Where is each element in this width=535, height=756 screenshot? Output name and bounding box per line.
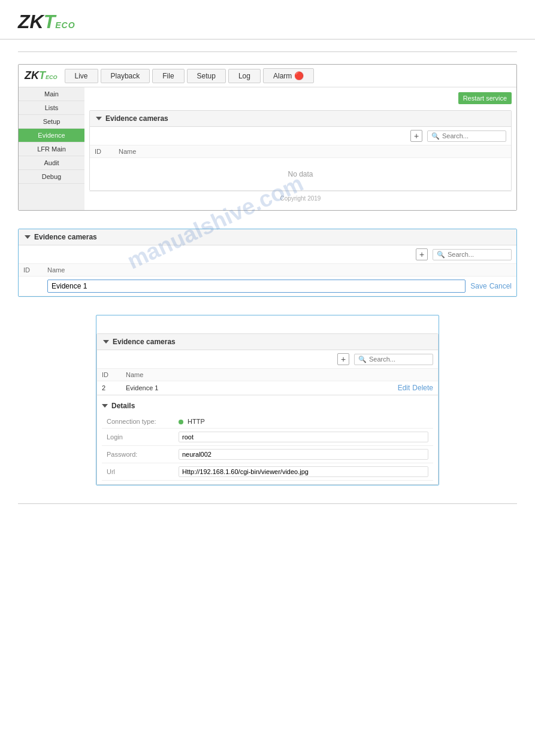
evidence-toolbar: + 🔍 bbox=[90, 127, 511, 145]
details-collapse-icon bbox=[102, 404, 108, 408]
app-body: Main Lists Setup Evidence LFR Main Audit… bbox=[19, 87, 516, 210]
evidence-toolbar-3: + 🔍 bbox=[97, 350, 438, 369]
search-box-3: 🔍 bbox=[354, 354, 433, 365]
password-value bbox=[174, 446, 433, 463]
evidence-toolbar-2: + 🔍 bbox=[19, 245, 516, 264]
search-input-3[interactable] bbox=[369, 356, 429, 363]
logo-zk: ZK bbox=[18, 11, 44, 33]
connection-type-label: Connection type: bbox=[102, 415, 174, 429]
tab-alarm[interactable]: Alarm 🔴 bbox=[263, 68, 314, 83]
details-section: Details Connection type: HTTP Login bbox=[97, 395, 438, 484]
evidence-panel-header: Evidence cameras bbox=[90, 111, 511, 127]
page-header: ZK T ECO bbox=[0, 0, 535, 40]
save-cancel-buttons: Save Cancel bbox=[470, 282, 512, 290]
add-camera-button-3[interactable]: + bbox=[337, 353, 349, 365]
login-input[interactable] bbox=[179, 432, 428, 442]
table-header: ID Name bbox=[90, 145, 511, 158]
alarm-icon: 🔴 bbox=[294, 71, 304, 80]
app-main-content: Restart service Evidence cameras + 🔍 bbox=[84, 87, 516, 210]
cancel-button[interactable]: Cancel bbox=[489, 282, 512, 290]
connection-type-value: HTTP bbox=[174, 415, 433, 429]
logo-t: T bbox=[44, 11, 56, 33]
section2-evidence-input: Evidence cameras + 🔍 ID Name bbox=[18, 229, 517, 297]
url-value bbox=[174, 463, 433, 481]
section2-wrapper: Evidence cameras + 🔍 ID Name bbox=[18, 229, 517, 297]
sidebar-item-lists[interactable]: Lists bbox=[19, 101, 84, 115]
app-sidebar: Main Lists Setup Evidence LFR Main Audit… bbox=[19, 87, 84, 210]
details-table: Connection type: HTTP Login bbox=[102, 415, 433, 481]
table-header-2: ID Name bbox=[19, 264, 516, 277]
tab-log[interactable]: Log bbox=[228, 69, 261, 83]
search-icon-3: 🔍 bbox=[358, 356, 367, 363]
footer-divider bbox=[18, 503, 517, 504]
search-icon: 🔍 bbox=[431, 132, 440, 140]
sidebar-item-audit[interactable]: Audit bbox=[19, 156, 84, 170]
no-data-message: No data bbox=[90, 158, 511, 190]
evidence-name-input[interactable] bbox=[47, 280, 466, 293]
tab-playback[interactable]: Playback bbox=[101, 69, 150, 83]
app-logo-zk: ZK bbox=[25, 69, 39, 82]
tab-live[interactable]: Live bbox=[65, 69, 98, 83]
connection-type-row: Connection type: HTTP bbox=[102, 415, 433, 429]
add-camera-button[interactable]: + bbox=[410, 130, 422, 142]
tab-setup[interactable]: Setup bbox=[187, 69, 226, 83]
col-header-name: Name bbox=[119, 148, 506, 155]
app-nav: ZK T ECO Live Playback File Setup Log Al… bbox=[19, 65, 516, 87]
logo-eco: ECO bbox=[55, 20, 75, 30]
details-header: Details bbox=[102, 399, 433, 415]
col-header-name-3: Name bbox=[126, 371, 433, 378]
sidebar-item-evidence[interactable]: Evidence bbox=[19, 129, 84, 142]
sidebar-item-debug[interactable]: Debug bbox=[19, 170, 84, 184]
section3-evidence-data: Evidence cameras + 🔍 ID Name 2 Evidence … bbox=[96, 315, 439, 485]
delete-button[interactable]: Delete bbox=[412, 384, 433, 392]
login-value bbox=[174, 429, 433, 446]
sidebar-item-lpr-main[interactable]: LFR Main bbox=[19, 142, 84, 156]
password-input[interactable] bbox=[179, 449, 428, 460]
search-box-2: 🔍 bbox=[433, 249, 512, 260]
row-name: Evidence 1 bbox=[126, 384, 398, 391]
details-title: Details bbox=[111, 402, 135, 410]
evidence-panel-title: Evidence cameras bbox=[105, 114, 168, 123]
url-label: Url bbox=[102, 463, 174, 481]
app-logo-t: T bbox=[39, 69, 46, 82]
collapse-icon bbox=[96, 117, 102, 120]
table-row[interactable]: 2 Evidence 1 Edit Delete bbox=[97, 381, 438, 395]
row-actions: Edit Delete bbox=[398, 384, 433, 392]
header-divider bbox=[18, 51, 517, 52]
section1-app-screenshot: ZK T ECO Live Playback File Setup Log Al… bbox=[18, 64, 517, 211]
zkteco-logo: ZK T ECO bbox=[18, 11, 517, 33]
save-button[interactable]: Save bbox=[470, 282, 486, 290]
evidence-panel-header-3: Evidence cameras bbox=[97, 334, 438, 350]
app-logo: ZK T ECO bbox=[25, 69, 58, 82]
app-footer: Copyright 2019 bbox=[89, 191, 512, 205]
restart-service-button[interactable]: Restart service bbox=[458, 92, 512, 104]
search-input[interactable] bbox=[442, 132, 502, 139]
sidebar-item-main[interactable]: Main bbox=[19, 87, 84, 101]
radio-dot bbox=[179, 420, 183, 424]
col-header-id: ID bbox=[95, 148, 119, 155]
col-header-id-3: ID bbox=[102, 371, 126, 378]
login-label: Login bbox=[102, 429, 174, 446]
evidence-panel-title-3: Evidence cameras bbox=[113, 338, 176, 346]
evidence-panel-header-2: Evidence cameras bbox=[19, 229, 516, 245]
add-camera-button-2[interactable]: + bbox=[416, 248, 428, 260]
search-box: 🔍 bbox=[427, 130, 506, 142]
edit-button[interactable]: Edit bbox=[398, 384, 410, 392]
col-header-id-2: ID bbox=[23, 266, 47, 274]
url-input[interactable] bbox=[179, 466, 428, 477]
app-logo-eco: ECO bbox=[46, 74, 58, 80]
evidence-panel-title-2: Evidence cameras bbox=[34, 233, 97, 241]
password-label: Password: bbox=[102, 446, 174, 463]
col-header-name-2: Name bbox=[47, 266, 512, 274]
section3-wrapper: Evidence cameras + 🔍 ID Name 2 Evidence … bbox=[96, 315, 439, 485]
collapse-icon-2 bbox=[25, 235, 31, 239]
search-input-2[interactable] bbox=[448, 251, 507, 258]
table-header-3: ID Name bbox=[97, 369, 438, 381]
url-row: Url bbox=[102, 463, 433, 481]
evidence-cameras-panel-2: Evidence cameras + 🔍 ID Name bbox=[19, 229, 516, 296]
password-row: Password: bbox=[102, 446, 433, 463]
search-icon-2: 🔍 bbox=[437, 251, 445, 259]
login-row: Login bbox=[102, 429, 433, 446]
tab-file[interactable]: File bbox=[152, 69, 184, 83]
sidebar-item-setup[interactable]: Setup bbox=[19, 115, 84, 129]
